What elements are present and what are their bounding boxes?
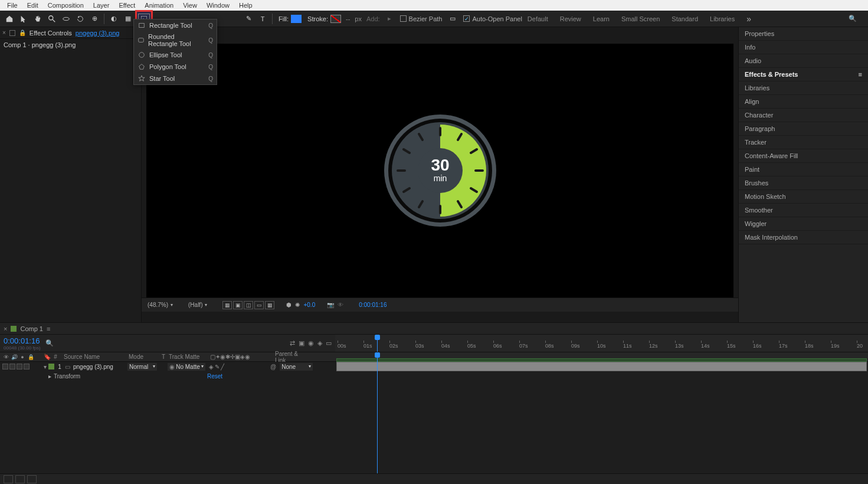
layer-switches[interactable]: ◈✎╱ (205, 364, 270, 370)
layer-mode-dropdown[interactable]: Normal▾ (127, 363, 157, 371)
snapshot-icon[interactable]: 📷 (327, 302, 334, 308)
zoom-tool[interactable] (45, 12, 58, 25)
playhead-line[interactable] (377, 352, 378, 473)
menu-view[interactable]: View (178, 1, 202, 10)
panel-paint[interactable]: Paint (739, 163, 868, 176)
search-icon[interactable]: 🔍 (846, 12, 859, 25)
transform-expand-icon[interactable]: ▸ (48, 373, 51, 380)
menu-help[interactable]: Help (234, 1, 257, 10)
timeline-close-icon[interactable]: × (4, 325, 7, 332)
layer-row-1[interactable]: ▾ 1 ▭ pngegg (3).png Normal▾ ◉No Matte▾ … (0, 362, 335, 371)
transform-reset-button[interactable]: Reset (207, 373, 222, 380)
av-col-lock-icon[interactable]: 🔒 (27, 354, 34, 361)
col-label-t[interactable]: T (159, 354, 166, 360)
col-label-trackmatte[interactable]: Track Matte (166, 354, 208, 360)
transparency-grid-icon[interactable]: ▦ (265, 301, 274, 309)
composition-preview[interactable]: 30 min (146, 44, 733, 297)
workspace-standard[interactable]: Standard (672, 15, 698, 22)
tl-motion-blur-icon[interactable]: ◉ (308, 339, 314, 347)
workspace-review[interactable]: Review (560, 15, 581, 22)
menu-file[interactable]: File (2, 1, 22, 10)
timeline-track-area[interactable] (335, 362, 868, 473)
panel-tracker[interactable]: Tracker (739, 136, 868, 149)
add-dropdown[interactable]: ▸ (383, 12, 396, 25)
av-col-speaker-icon[interactable]: 🔊 (11, 354, 18, 361)
exposure-icon[interactable]: ✺ (295, 302, 300, 308)
star-tool-item[interactable]: Star Tool Q (134, 73, 217, 84)
transform-row[interactable]: ▸ Transform Reset (0, 371, 335, 381)
layer-color-label[interactable] (48, 364, 54, 369)
time-ruler[interactable]: 00s01s02s03s04s05s06s07s08s09s10s11s12s1… (335, 335, 868, 352)
parent-pickwhip-icon[interactable]: @ (270, 364, 276, 370)
pan-behind-tool[interactable]: ◐ (107, 12, 120, 25)
panel-effects-presets[interactable]: Effects & Presets≡ (739, 68, 868, 81)
orbit-tool[interactable] (60, 12, 73, 25)
col-label-num[interactable]: # (50, 354, 61, 360)
layer-trackmatte-dropdown[interactable]: ◉No Matte▾ (168, 363, 205, 371)
mask-toggle-icon[interactable]: ◫ (244, 301, 253, 309)
tl-graph-editor-icon[interactable]: ◈ (317, 339, 322, 347)
menu-animation[interactable]: Animation (140, 1, 178, 10)
ellipse-tool-item[interactable]: Ellipse Tool Q (134, 49, 217, 61)
polygon-tool-item[interactable]: Polygon Tool Q (134, 61, 217, 73)
rounded-rectangle-tool-item[interactable]: Rounded Rectangle Tool Q (134, 31, 217, 49)
menu-window[interactable]: Window (202, 1, 234, 10)
timeline-tab-label[interactable]: Comp 1 (20, 325, 43, 332)
col-label-icon[interactable]: 🔖 (41, 354, 50, 360)
layer-audio-toggle[interactable] (9, 364, 15, 369)
layer-parent-dropdown[interactable]: None▾ (280, 363, 313, 371)
layer-eye-toggle[interactable] (2, 364, 8, 369)
panel-libraries[interactable]: Libraries (739, 81, 868, 95)
panel-brushes[interactable]: Brushes (739, 176, 868, 190)
region-toggle-icon[interactable]: ▭ (254, 301, 264, 309)
layer-lock-toggle[interactable] (24, 364, 30, 369)
tool-options-icon[interactable]: ▭ (446, 12, 459, 25)
work-area-bar[interactable] (336, 358, 867, 362)
layer-duration-bar[interactable] (336, 362, 867, 371)
toggle-switches-button[interactable] (4, 475, 13, 483)
layer-solo-toggle[interactable] (17, 364, 22, 369)
auto-open-panel-toggle[interactable]: ✓Auto-Open Panel (463, 15, 522, 22)
workspace-default[interactable]: Default (528, 15, 548, 22)
panel-close-icon[interactable]: × (2, 30, 6, 36)
playhead[interactable] (377, 335, 378, 352)
hand-tool[interactable] (31, 12, 44, 25)
stroke-width[interactable]: -- (346, 15, 350, 22)
workspace-libraries[interactable]: Libraries (710, 15, 735, 22)
exposure-value[interactable]: +0.0 (303, 302, 315, 308)
timeline-tab-menu-icon[interactable]: ≡ (47, 325, 50, 332)
mask-tool[interactable]: ▦ (122, 12, 135, 25)
timeline-search[interactable]: 🔍 (45, 339, 54, 347)
panel-info[interactable]: Info (739, 41, 868, 54)
panel-mask-interpolation[interactable]: Mask Interpolation (739, 231, 868, 244)
pen-tool[interactable]: ✎ (242, 12, 255, 25)
timeline-timecode[interactable]: 0:00:01:16 (4, 336, 41, 345)
zoom-dropdown[interactable]: (48.7%)▾ (148, 302, 173, 308)
menu-layer[interactable]: Layer (89, 1, 114, 10)
home-tool[interactable] (3, 12, 16, 25)
col-label-source[interactable]: Source Name (61, 354, 126, 360)
selection-tool[interactable] (17, 12, 30, 25)
panel-menu-icon[interactable]: ≡ (859, 71, 862, 78)
panel-lock-icon[interactable]: 🔒 (19, 30, 26, 36)
rotate-tool[interactable] (74, 12, 87, 25)
tl-draft3d-icon[interactable]: ▭ (326, 339, 332, 347)
toggle-inout-button[interactable] (27, 475, 37, 483)
panel-wiggler[interactable]: Wiggler (739, 217, 868, 231)
fill-swatch[interactable] (291, 15, 302, 23)
av-col-eye-icon[interactable]: 👁 (2, 354, 9, 361)
workspace-learn[interactable]: Learn (593, 15, 610, 22)
workspace-more-icon[interactable]: » (746, 14, 751, 24)
workspace-small-screen[interactable]: Small Screen (621, 15, 660, 22)
bezier-path-toggle[interactable]: Bezier Path (400, 15, 443, 22)
type-tool[interactable]: T (256, 12, 269, 25)
panel-align[interactable]: Align (739, 95, 868, 109)
panel-smoother[interactable]: Smoother (739, 204, 868, 217)
show-snapshot-icon[interactable]: 👁 (338, 302, 343, 308)
preview-timecode[interactable]: 0:00:01:16 (359, 302, 386, 308)
panel-paragraph[interactable]: Paragraph (739, 122, 868, 136)
rectangle-tool-item[interactable]: Rectangle Tool Q (134, 19, 217, 31)
effect-controls-tab-label[interactable]: Effect Controls (30, 30, 72, 37)
toggle-modes-button[interactable] (15, 475, 25, 483)
layer-expand-icon[interactable]: ▾ (41, 364, 48, 370)
